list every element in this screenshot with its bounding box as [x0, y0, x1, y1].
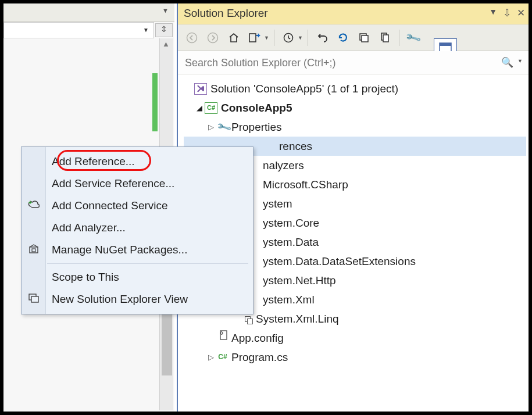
menu-label: Add Connected Service	[52, 199, 168, 212]
analyzers-label: nalyzers	[263, 156, 304, 175]
wrench-icon: 🔧	[405, 28, 422, 46]
menu-manage-nuget[interactable]: Manage NuGet Packages...	[22, 239, 253, 261]
properties-label: Properties	[231, 117, 282, 137]
refresh-icon	[337, 32, 349, 44]
menu-label: New Solution Explorer View	[52, 293, 188, 306]
pin-icon[interactable]: ⇩	[503, 7, 511, 19]
svg-rect-2	[249, 34, 256, 42]
separator	[399, 30, 399, 46]
menu-add-analyzer[interactable]: Add Analyzer...	[22, 217, 253, 239]
menu-separator	[47, 263, 248, 264]
panel-title: Solution Explorer	[184, 7, 268, 19]
separator	[308, 30, 308, 46]
solution-node[interactable]: Solution 'ConsoleApp5' (1 of 1 project)	[184, 79, 526, 98]
properties-button[interactable]: 🔧	[404, 28, 423, 47]
menu-add-reference[interactable]: Add Reference...	[22, 151, 253, 173]
solution-explorer-toolbar: ▼ ▼ 🔧	[178, 24, 529, 51]
reference-label: Microsoft.CSharp	[263, 175, 348, 194]
home-icon	[228, 32, 240, 44]
config-icon	[216, 328, 231, 348]
forward-button[interactable]	[203, 28, 222, 47]
reference-label: ystem.Data.DataSetExtensions	[263, 252, 416, 271]
menu-label: Add Analyzer...	[52, 221, 126, 234]
search-box[interactable]: 🔍 ▼	[178, 51, 529, 74]
reference-label: ystem.Net.Http	[263, 271, 336, 290]
project-label: ConsoleApp5	[221, 98, 292, 117]
clock-icon	[283, 32, 294, 44]
chevron-down-icon[interactable]: ▼	[162, 7, 169, 14]
menu-label: Manage NuGet Packages...	[52, 244, 187, 256]
reference-label: ystem	[263, 194, 292, 213]
collapse-all-button[interactable]	[355, 28, 373, 47]
properties-node[interactable]: ▷ 🔧 Properties	[184, 117, 526, 137]
collapse-icon	[358, 32, 370, 44]
svg-rect-5	[362, 35, 368, 42]
panel-menu-icon[interactable]: ▼	[489, 7, 497, 19]
change-marker	[152, 73, 158, 131]
solution-label: Solution 'ConsoleApp5' (1 of 1 project)	[210, 79, 398, 98]
menu-new-solution-explorer-view[interactable]: New Solution Explorer View	[22, 288, 253, 310]
svg-text:+: +	[28, 199, 32, 206]
sync-doc-icon	[248, 32, 261, 44]
expander-open-icon[interactable]: ◢	[194, 98, 205, 117]
project-node[interactable]: ◢ C# ConsoleApp5	[184, 98, 526, 117]
dropdown-icon[interactable]: ▼	[264, 35, 269, 41]
menu-label: Add Reference...	[52, 155, 135, 168]
svg-rect-7	[383, 35, 388, 42]
reference-label: ystem.Data	[263, 232, 319, 252]
menu-scope-to-this[interactable]: Scope to This	[22, 266, 253, 288]
home-button[interactable]	[224, 28, 243, 47]
menu-add-connected-service[interactable]: + Add Connected Service	[22, 195, 253, 217]
scroll-up-icon[interactable]: ▲	[162, 40, 170, 48]
sync-active-doc-button[interactable]	[245, 28, 264, 47]
reference-label: System.Xml.Linq	[256, 309, 339, 328]
separator	[274, 30, 274, 46]
undo-icon	[316, 32, 328, 44]
reference-label: ystem.Core	[263, 213, 319, 232]
dropdown-icon[interactable]: ▼	[298, 35, 303, 41]
programcs-label: Program.cs	[231, 348, 288, 367]
chevron-down-icon[interactable]: ▼	[143, 27, 149, 33]
search-icon[interactable]: 🔍	[501, 56, 513, 69]
appconfig-node[interactable]: App.config	[184, 328, 526, 348]
solution-icon	[194, 83, 207, 95]
svg-point-1	[208, 33, 218, 42]
menu-add-service-reference[interactable]: Add Service Reference...	[22, 173, 253, 195]
back-button[interactable]	[183, 28, 201, 47]
show-all-files-button[interactable]	[376, 28, 394, 47]
search-input[interactable]	[184, 54, 523, 71]
svg-rect-14	[32, 249, 35, 252]
arrow-right-icon	[207, 32, 219, 44]
svg-rect-16	[31, 296, 38, 302]
menu-label: Add Service Reference...	[52, 177, 174, 190]
programcs-node[interactable]: ▷ C# Program.cs	[184, 348, 526, 367]
references-label: rences	[279, 137, 312, 156]
svg-rect-9	[440, 43, 451, 46]
close-icon[interactable]: ✕	[517, 7, 525, 19]
pending-changes-button[interactable]	[279, 28, 298, 47]
appconfig-label: App.config	[231, 328, 284, 348]
reference-label: ystem.Xml	[263, 290, 315, 309]
split-handle-icon[interactable]: ⇕	[155, 23, 173, 37]
csharp-file-icon: C#	[216, 352, 229, 363]
refresh-button[interactable]	[334, 28, 352, 47]
svg-point-0	[187, 33, 197, 42]
nuget-icon	[26, 244, 41, 257]
editor-navbar[interactable]: ▼	[3, 22, 154, 38]
files-icon	[379, 32, 391, 44]
editor-tabstrip: ▼	[3, 3, 174, 22]
arrow-left-icon	[186, 32, 198, 44]
new-view-icon	[26, 293, 41, 306]
context-menu: Add Reference... Add Service Reference..…	[21, 146, 253, 314]
menu-label: Scope to This	[52, 271, 119, 284]
connected-service-icon: +	[26, 199, 41, 213]
expander-icon[interactable]: ▷	[206, 348, 216, 367]
csharp-project-icon: C#	[205, 102, 217, 114]
undo-button[interactable]	[313, 28, 331, 47]
panel-title-bar[interactable]: Solution Explorer ▼ ⇩ ✕	[178, 3, 529, 24]
dropdown-icon[interactable]: ▼	[517, 58, 523, 64]
